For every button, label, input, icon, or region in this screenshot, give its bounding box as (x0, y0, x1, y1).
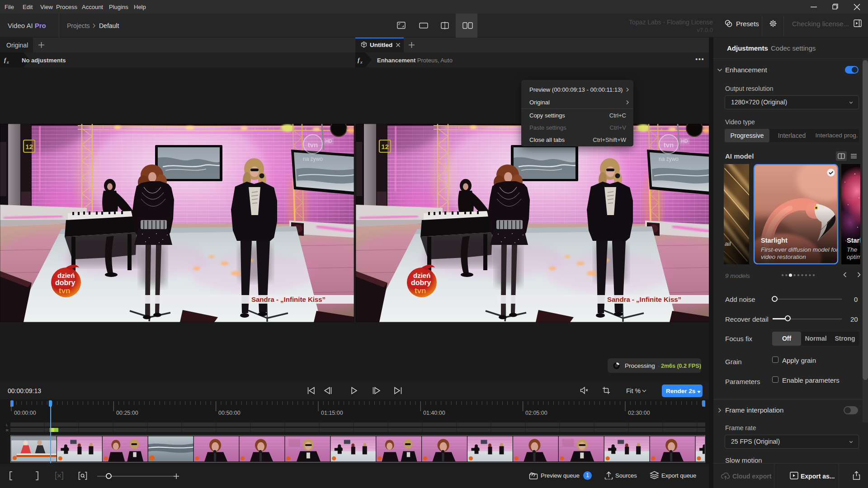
svg-text:video restoration: video restoration (761, 253, 806, 260)
svg-text:x: x (6, 60, 9, 65)
svg-text:x: x (360, 60, 363, 65)
svg-text:ail: ail (725, 240, 731, 247)
svg-text:First-ever diffusion model for: First-ever diffusion model for (761, 246, 839, 253)
svg-text:optim: optim (847, 253, 860, 260)
svg-text:Starl: Starl (847, 237, 860, 244)
svg-text:The: The (847, 246, 857, 253)
svg-text:Starlight: Starlight (761, 237, 788, 244)
